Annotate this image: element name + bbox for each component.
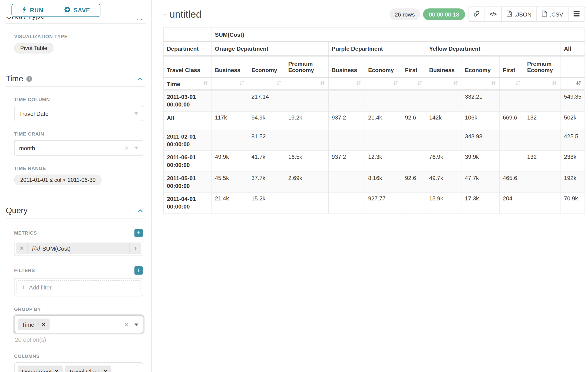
table-cell: 15.9k (426, 192, 462, 213)
group-by-chip[interactable]: Time i ✕ (18, 319, 50, 330)
filters-control: + Add filter (14, 278, 143, 297)
table-cell: 19.2k (285, 111, 328, 130)
sort-header-cell[interactable] (328, 77, 365, 90)
sort-header-cell-active[interactable] (561, 77, 585, 90)
table-cell: 192k (561, 171, 585, 192)
columns-chip[interactable]: Department ✕ (18, 365, 63, 372)
run-button[interactable]: RUN (11, 4, 54, 17)
sort-arrows-icon[interactable] (552, 80, 557, 87)
time-grain-select[interactable]: month ✕ (14, 140, 143, 156)
clear-icon[interactable]: ✕ (124, 321, 129, 328)
sort-arrows-icon[interactable] (393, 80, 399, 87)
chevron-right-icon[interactable]: › (129, 243, 141, 254)
table-cell: 47.7k (462, 171, 499, 192)
time-range-value[interactable]: 2011-01-01 ≤ col < 2011-06-30 (14, 175, 102, 185)
columns-select[interactable]: Department ✕ Travel Class ✕ ✕ (14, 362, 143, 372)
chevron-up-icon[interactable] (137, 19, 142, 20)
remove-chip-icon[interactable]: ✕ (104, 369, 107, 372)
table-cell: 106k (462, 111, 499, 130)
chevron-up-icon[interactable] (137, 207, 143, 214)
time-sort-header[interactable]: Time (164, 77, 212, 90)
hamburger-icon (574, 11, 580, 17)
remove-chip-icon[interactable]: ✕ (55, 369, 59, 372)
sort-arrows-icon[interactable] (515, 80, 521, 87)
sort-arrows-icon[interactable] (239, 80, 245, 87)
share-link-button[interactable] (468, 7, 484, 21)
table-row: 2011-06-01 00:00:0049.9k41.7k16.5k937.21… (164, 151, 585, 171)
table-cell: 669.6 (500, 111, 524, 130)
time-section-header: Time i (0, 74, 151, 83)
chart-title[interactable]: - untitled (163, 8, 201, 20)
sort-arrows-icon[interactable] (319, 80, 325, 87)
clear-icon[interactable]: ✕ (124, 371, 129, 372)
table-cell: 12.3k (365, 151, 402, 171)
export-csv-button[interactable]: .CSV (536, 7, 568, 21)
columns-chip[interactable]: Travel Class ✕ (65, 365, 111, 372)
add-filter-plus-button[interactable]: + (134, 266, 143, 275)
sort-header-cell[interactable] (500, 77, 524, 90)
add-filter-button[interactable]: + Add filter (17, 280, 141, 294)
table-row: 2011-05-01 00:00:0045.5k37.7k2.69k8.16k9… (164, 171, 585, 192)
table-cell: 204 (500, 192, 524, 213)
sort-arrows-icon[interactable] (453, 80, 459, 87)
export-json-label: .JSON (514, 11, 532, 17)
more-menu-button[interactable] (568, 7, 585, 21)
sort-arrows-icon[interactable] (203, 80, 209, 87)
pivot-table: SUM(Cost)DepartmentOrange DepartmentPurp… (163, 27, 585, 213)
sort-header-cell[interactable] (365, 77, 402, 90)
sort-header-cell[interactable] (248, 77, 285, 90)
sort-header-cell[interactable] (285, 77, 328, 90)
metric-chip[interactable]: ✕ ƒ(x) SUM(Cost) › (16, 243, 141, 254)
group-by-option-count: 20 option(s) (15, 336, 151, 343)
sort-arrows-icon[interactable] (356, 80, 362, 87)
sort-descending-icon[interactable] (576, 80, 581, 87)
add-metric-button[interactable]: + (134, 229, 143, 237)
chip-label: Department (22, 368, 52, 372)
chip-label: Travel Class (69, 368, 100, 372)
column-header: Economy (365, 56, 402, 77)
info-icon: i (26, 76, 32, 82)
sort-arrows-icon[interactable] (491, 80, 496, 87)
table-cell (524, 171, 561, 192)
table-cell: 15.2k (248, 192, 285, 213)
table-cell: 45.5k (212, 171, 248, 192)
table-cell: 937.2 (328, 151, 365, 171)
table-cell (365, 130, 402, 151)
table-cell: 37.7k (248, 171, 285, 192)
chevron-up-icon[interactable] (137, 75, 143, 82)
save-button[interactable]: SAVE (54, 4, 100, 17)
table-row: 2011-03-01 00:00:00217.14332.21549.35 (164, 90, 585, 111)
viz-type-value[interactable]: Pivot Table (14, 43, 53, 53)
table-cell: 937.2 (328, 111, 365, 130)
clear-icon[interactable]: ✕ (124, 145, 129, 151)
table-cell (402, 130, 426, 151)
remove-metric-icon[interactable]: ✕ (16, 243, 28, 254)
time-column-select[interactable]: Travel Date (14, 106, 143, 121)
export-json-button[interactable]: .JSON (501, 7, 536, 21)
divider (6, 23, 146, 24)
row-header-title: Department (164, 41, 212, 56)
table-cell (500, 151, 524, 171)
metric-value: SUM(Cost) (42, 245, 129, 252)
metrics-control: ✕ ƒ(x) SUM(Cost) › (14, 241, 143, 256)
sort-header-cell[interactable] (212, 77, 248, 90)
sort-header-cell[interactable] (402, 77, 426, 90)
sort-header-cell[interactable] (426, 77, 462, 90)
sort-arrows-icon[interactable] (417, 80, 423, 87)
sort-header-cell[interactable] (524, 77, 561, 90)
table-cell: 49.7k (426, 171, 462, 192)
row-header: 2011-06-01 00:00:00 (164, 151, 212, 171)
table-row: 2011-02-01 00:00:0081.52343.98425.5 (164, 130, 585, 151)
sort-arrows-icon[interactable] (276, 80, 282, 87)
embed-code-button[interactable]: </> (484, 7, 501, 21)
department-group-header: Orange Department (212, 41, 328, 56)
sort-header-cell[interactable] (462, 77, 499, 90)
remove-chip-icon[interactable]: ✕ (42, 321, 46, 327)
travel-class-header-row: Travel ClassBusinessEconomyPremium Econo… (164, 56, 585, 77)
table-cell: 132 (524, 151, 561, 171)
department-group-header: Purple Department (328, 41, 426, 56)
row-header: 2011-03-01 00:00:00 (164, 90, 212, 111)
table-cell (212, 130, 248, 151)
time-grain-label: TIME GRAIN (14, 131, 151, 137)
group-by-select[interactable]: Time i ✕ ✕ (14, 316, 143, 333)
